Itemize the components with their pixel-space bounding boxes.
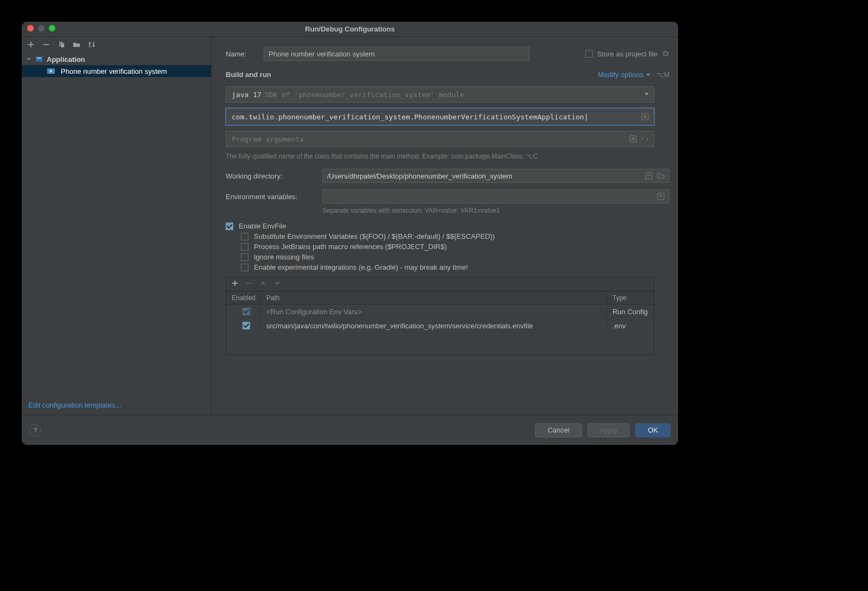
store-checkbox[interactable] [585, 50, 593, 58]
table-row[interactable]: src/main/java/com/twilio/phonenumber_ver… [226, 319, 654, 333]
remove-config-icon[interactable] [42, 41, 50, 48]
name-label: Name: [226, 50, 264, 58]
substitute-env-label: Substitute Environment Variables (${FOO}… [254, 232, 495, 240]
row-type: Run Config [607, 308, 654, 316]
run-config-icon [47, 67, 55, 75]
window-controls [27, 25, 55, 31]
row-path: src/main/java/com/twilio/phonenumber_ver… [261, 322, 607, 330]
store-as-project[interactable]: Store as project file [585, 50, 669, 58]
tree-node-label: Application [47, 55, 85, 63]
store-label: Store as project file [597, 50, 658, 58]
sdk-primary-text: java 17 [232, 91, 261, 99]
row-path: <Run Configuration Env Vars> [261, 308, 607, 316]
enable-envfile-checkbox[interactable] [226, 223, 233, 230]
close-window-button[interactable] [27, 25, 34, 31]
run-debug-config-dialog: Run/Debug Configurations Application [22, 22, 678, 445]
env-hint: Separate variables with semicolon: VAR=v… [322, 207, 669, 214]
minimize-window-button[interactable] [38, 25, 44, 31]
table-add-icon[interactable] [232, 280, 238, 288]
chevron-down-icon [26, 56, 31, 62]
experimental-label: Enable experimental integrations (e.g. G… [254, 263, 468, 271]
folder-icon[interactable] [656, 171, 665, 180]
apply-button[interactable]: Apply [588, 423, 630, 437]
table-body: <Run Configuration Env Vars> Run Config … [226, 304, 654, 354]
tree-node-application[interactable]: Application [22, 53, 211, 65]
table-down-icon[interactable] [274, 280, 280, 288]
ignore-missing-checkbox[interactable] [241, 253, 248, 261]
table-row[interactable]: <Run Configuration Env Vars> Run Config [226, 304, 654, 319]
ignore-missing-label: Ignore missing files [254, 253, 314, 261]
row-enabled-checkbox[interactable] [242, 322, 250, 329]
titlebar: Run/Debug Configurations [22, 22, 678, 37]
row-type: .env [607, 322, 654, 330]
dialog-title: Run/Debug Configurations [305, 25, 394, 33]
col-enabled-header: Enabled [226, 294, 261, 302]
tree-item-selected[interactable]: Phone number verification system [22, 65, 211, 77]
wd-label: Working directory: [226, 172, 322, 180]
config-sidebar: Application Phone number verification sy… [22, 37, 212, 415]
main-class-hint: The fully-qualified name of the class th… [226, 152, 669, 160]
list-icon[interactable] [629, 135, 637, 143]
process-macro-checkbox[interactable] [241, 243, 248, 251]
col-path-header: Path [261, 294, 607, 302]
table-remove-icon[interactable] [246, 280, 252, 288]
col-type-header: Type [607, 294, 654, 302]
program-args-input[interactable]: Program arguments [226, 131, 654, 147]
help-button[interactable]: ? [29, 424, 41, 436]
list-icon[interactable] [641, 112, 649, 121]
name-input[interactable] [264, 47, 529, 61]
config-form: Name: Store as project file Build and ru… [212, 37, 678, 415]
dropdown-icon [644, 91, 649, 99]
svg-rect-1 [37, 58, 41, 59]
cancel-button[interactable]: Cancel [535, 423, 582, 437]
folder-config-icon[interactable] [73, 41, 80, 48]
sdk-secondary-text: SDK of 'phonenumber_verification_system'… [265, 91, 464, 99]
env-label: Environment variables: [226, 193, 322, 201]
build-run-section-title: Build and run [226, 71, 271, 79]
substitute-env-checkbox[interactable] [241, 233, 248, 240]
sort-config-icon[interactable] [88, 41, 95, 48]
application-type-icon [35, 55, 43, 63]
gear-icon[interactable] [662, 50, 669, 58]
modify-options-link[interactable]: Modify options [598, 71, 651, 79]
program-args-placeholder: Program arguments [232, 135, 304, 143]
list-icon[interactable] [656, 192, 665, 201]
modify-shortcut: ⌥M [656, 71, 669, 79]
sdk-selector[interactable]: java 17 SDK of 'phonenumber_verification… [226, 86, 654, 103]
add-config-icon[interactable] [27, 41, 35, 48]
chevron-down-icon [646, 72, 651, 78]
edit-templates-link[interactable]: Edit configuration templates... [28, 401, 121, 409]
ok-button[interactable]: OK [635, 423, 671, 437]
table-header: Enabled Path Type [226, 291, 654, 304]
main-class-input[interactable]: com.twilio.phonenumber_verification_syst… [226, 108, 654, 125]
working-directory-input[interactable] [322, 169, 669, 183]
svg-rect-0 [36, 56, 42, 62]
copy-config-icon[interactable] [58, 41, 65, 48]
env-vars-input[interactable] [322, 189, 669, 204]
row-enabled-checkbox [242, 308, 250, 315]
dialog-footer: ? Cancel Apply OK [22, 415, 678, 445]
list-icon[interactable] [644, 171, 653, 180]
envfile-table: Enabled Path Type <Run Configuration Env… [226, 277, 654, 355]
main-class-value: com.twilio.phonenumber_verification_syst… [232, 113, 584, 121]
maximize-window-button[interactable] [49, 25, 55, 31]
table-up-icon[interactable] [260, 280, 266, 288]
process-macro-label: Process JetBrains path macro references … [254, 243, 446, 251]
sidebar-toolbar [22, 37, 211, 52]
experimental-checkbox[interactable] [241, 264, 248, 271]
enable-envfile-label: Enable EnvFile [239, 222, 286, 230]
config-tree: Application Phone number verification sy… [22, 52, 211, 396]
expand-icon[interactable] [641, 135, 649, 143]
tree-item-label: Phone number verification system [61, 67, 167, 75]
